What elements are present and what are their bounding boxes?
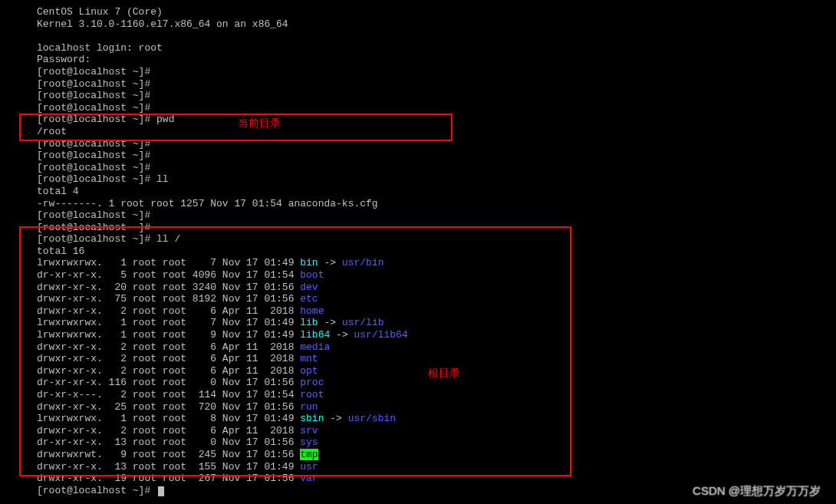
list-row: drwxr-xr-x. 25 root root 720 Nov 17 01:5… (0, 401, 836, 413)
prompt-line: [root@localhost ~]# (0, 138, 836, 150)
ll-entry: -rw-------. 1 root root 1257 Nov 17 01:5… (0, 198, 836, 210)
prompt-line: [root@localhost ~]# (0, 162, 836, 174)
list-row: lrwxrwxrwx. 1 root root 9 Nov 17 01:49 l… (0, 329, 836, 341)
list-row: dr-xr-xr-x. 5 root root 4096 Nov 17 01:5… (0, 269, 836, 282)
cmd-pwd: [root@localhost ~]# pwd (0, 114, 836, 126)
list-row: drwxr-xr-x. 2 root root 6 Apr 11 2018 me… (0, 341, 836, 354)
watermark: CSDN @理想万岁万万岁 (693, 484, 821, 498)
list-row: drwxr-xr-x. 2 root root 6 Apr 11 2018 op… (0, 365, 836, 377)
list-row: drwxr-xr-x. 2 root root 6 Apr 11 2018 mn… (0, 353, 836, 365)
prompt-line: [root@localhost ~]# (0, 78, 836, 91)
list-row: drwxr-xr-x. 75 root root 8192 Nov 17 01:… (0, 293, 836, 305)
prompt-line: [root@localhost ~]# (0, 66, 836, 78)
list-row: dr-xr-xr-x. 13 root root 0 Nov 17 01:56 … (0, 436, 836, 449)
list-row: drwxr-xr-x. 2 root root 6 Apr 11 2018 sr… (0, 425, 836, 437)
blank (0, 30, 836, 42)
cmd-ll: [root@localhost ~]# ll (0, 173, 836, 186)
list-row: drwxr-xr-x. 20 root root 3240 Nov 17 01:… (0, 282, 836, 294)
ll-root-total: total 16 (0, 245, 836, 258)
prompt-line: [root@localhost ~]# (0, 150, 836, 162)
list-row: drwxr-xr-x. 19 root root 267 Nov 17 01:5… (0, 473, 836, 485)
prompt-line: [root@localhost ~]# (0, 90, 836, 102)
list-row: lrwxrwxrwx. 1 root root 7 Nov 17 01:49 b… (0, 257, 836, 269)
list-row: drwxr-xr-x. 13 root root 155 Nov 17 01:4… (0, 461, 836, 473)
list-row: lrwxrwxrwx. 1 root root 7 Nov 17 01:49 l… (0, 317, 836, 329)
cmd-ll-root: [root@localhost ~]# ll / (0, 233, 836, 245)
list-row: dr-xr-x---. 2 root root 114 Nov 17 01:54… (0, 389, 836, 401)
password-prompt: Password: (0, 54, 836, 66)
list-row: drwxrwxrwt. 9 root root 245 Nov 17 01:56… (0, 449, 836, 461)
cursor-icon (158, 486, 164, 496)
os-banner-2: Kernel 3.10.0-1160.el7.x86_64 on an x86_… (0, 18, 836, 31)
pwd-output: /root (0, 126, 836, 138)
terminal-area[interactable]: CentOS Linux 7 (Core) Kernel 3.10.0-1160… (0, 6, 836, 496)
list-row: drwxr-xr-x. 2 root root 6 Apr 11 2018 ho… (0, 305, 836, 318)
prompt-line: [root@localhost ~]# (0, 222, 836, 234)
login-prompt: localhost login: root (0, 42, 836, 54)
root-dir-listing: lrwxrwxrwx. 1 root root 7 Nov 17 01:49 b… (0, 257, 836, 484)
prompt-line: [root@localhost ~]# (0, 209, 836, 222)
prompt-line: [root@localhost ~]# (0, 102, 836, 114)
list-row: lrwxrwxrwx. 1 root root 8 Nov 17 01:49 s… (0, 413, 836, 425)
ll-total: total 4 (0, 186, 836, 198)
list-row: dr-xr-xr-x. 116 root root 0 Nov 17 01:56… (0, 377, 836, 389)
os-banner-1: CentOS Linux 7 (Core) (0, 6, 836, 18)
